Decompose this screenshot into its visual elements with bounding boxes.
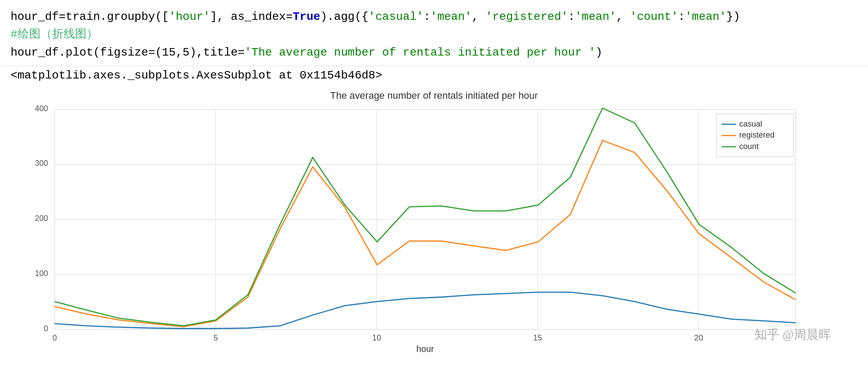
code-text: hour_df.plot(figsize=(15,5),title='The a… — [11, 46, 602, 59]
code-text: hour_df=train.groupby(['hour'], as_index… — [11, 10, 740, 23]
svg-text:casual: casual — [739, 120, 762, 128]
output-text: <matplotlib.axes._subplots.AxesSubplot a… — [11, 69, 382, 82]
svg-text:400: 400 — [35, 105, 48, 113]
svg-text:registered: registered — [739, 131, 774, 139]
svg-text:0: 0 — [44, 324, 48, 333]
svg-text:100: 100 — [35, 269, 48, 278]
svg-text:20: 20 — [694, 333, 703, 342]
code-line-1: hour_df=train.groupby(['hour'], as_index… — [11, 8, 857, 26]
svg-text:10: 10 — [372, 333, 381, 342]
code-block: hour_df=train.groupby(['hour'], as_index… — [0, 0, 868, 66]
code-line-3: hour_df.plot(figsize=(15,5),title='The a… — [11, 44, 857, 61]
svg-text:count: count — [739, 142, 759, 150]
svg-text:5: 5 — [213, 333, 218, 342]
svg-text:300: 300 — [35, 159, 48, 168]
output-block: <matplotlib.axes._subplots.AxesSubplot a… — [0, 66, 868, 88]
svg-text:hour: hour — [416, 344, 434, 354]
svg-text:15: 15 — [533, 333, 542, 342]
chart-title: The average number of rentals initiated … — [19, 88, 849, 101]
chart-svg: 0 100 200 300 400 0 5 10 15 20 hour — [19, 105, 849, 356]
code-line-2: #绘图（折线图） — [11, 26, 857, 43]
chart-container: The average number of rentals initiated … — [19, 88, 849, 362]
svg-text:0: 0 — [52, 333, 57, 342]
chart-area: 0 100 200 300 400 0 5 10 15 20 hour — [19, 105, 849, 356]
svg-text:200: 200 — [35, 213, 48, 222]
